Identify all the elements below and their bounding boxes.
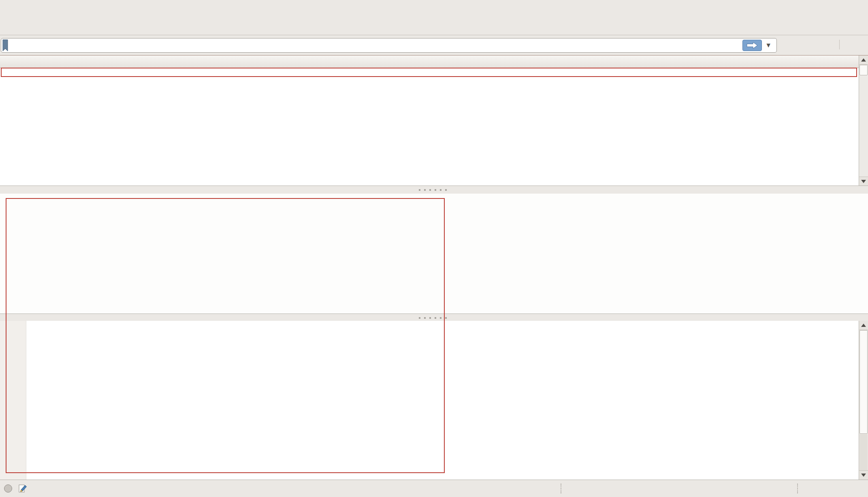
status-bar — [0, 480, 868, 497]
expert-info-icon[interactable] — [4, 484, 12, 493]
filter-separator — [839, 40, 840, 49]
scrollbar-trough[interactable] — [859, 434, 868, 470]
packet-bytes-scrollbar[interactable] — [859, 321, 868, 480]
wireshark-window: ▼ — [0, 0, 868, 497]
display-filter-field[interactable]: ▼ — [1, 38, 777, 53]
apply-filter-button[interactable] — [742, 40, 762, 51]
packet-details-pane — [0, 194, 868, 315]
hex-offset-column — [0, 321, 26, 480]
down-arrow-icon — [861, 474, 866, 477]
up-arrow-icon — [861, 58, 866, 62]
scroll-up-button[interactable] — [859, 321, 868, 330]
capture-comment-icon[interactable] — [18, 484, 28, 495]
add-filter-button[interactable] — [845, 35, 853, 55]
pane-splitter-lower[interactable] — [0, 314, 868, 322]
scroll-up-button[interactable] — [859, 55, 868, 65]
down-arrow-icon — [861, 180, 866, 183]
status-separator — [797, 484, 798, 493]
packet-list-header — [0, 55, 868, 68]
filter-bookmark-icon[interactable] — [2, 39, 8, 51]
status-separator — [561, 484, 562, 493]
scroll-down-button[interactable] — [859, 470, 868, 480]
display-filter-input[interactable] — [13, 41, 742, 51]
splitter-handle-icon — [419, 189, 450, 191]
pane-splitter-upper[interactable] — [0, 186, 868, 194]
packet-list-scrollbar[interactable] — [859, 55, 868, 186]
scroll-down-button[interactable] — [859, 177, 868, 186]
packet-list-rows — [0, 68, 859, 186]
filter-dropdown-caret-icon[interactable]: ▼ — [765, 42, 772, 49]
filter-toolbar: ▼ — [0, 35, 868, 55]
menu-bar — [0, 0, 868, 12]
main-toolbar — [0, 12, 868, 35]
apply-arrow-icon — [746, 42, 758, 49]
up-arrow-icon — [861, 324, 866, 327]
scrollbar-thumb[interactable] — [859, 330, 868, 434]
packet-bytes-pane — [0, 321, 868, 480]
scrollbar-thumb[interactable] — [859, 65, 868, 75]
packet-list-pane — [0, 55, 868, 186]
splitter-handle-icon — [419, 317, 450, 319]
